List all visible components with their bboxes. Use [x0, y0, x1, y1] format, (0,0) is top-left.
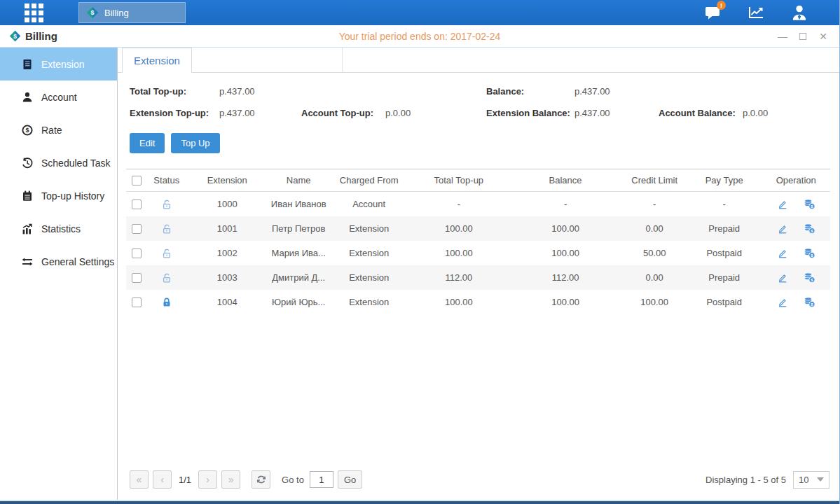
edit-row-icon[interactable] — [777, 248, 788, 259]
messages-icon[interactable]: ! — [701, 4, 724, 22]
col-pay-type: Pay Type — [687, 169, 762, 192]
sidebar-item-account[interactable]: Account — [0, 80, 117, 113]
history-clock-icon — [21, 157, 34, 169]
svg-text:$: $ — [90, 9, 94, 16]
edit-row-icon[interactable] — [777, 297, 788, 308]
extension-topup-label: Extension Top-up: — [130, 108, 219, 118]
edit-row-icon[interactable] — [777, 223, 788, 234]
top-up-button[interactable]: Top Up — [171, 133, 219, 153]
edit-row-icon[interactable] — [777, 199, 788, 210]
top-up-row-icon[interactable]: $ — [804, 223, 815, 234]
cell-name: Петр Петров — [268, 216, 329, 241]
tab-strip: Extension — [118, 48, 839, 73]
sidebar-item-general-settings[interactable]: General Settings — [0, 245, 117, 278]
cell-total-topup: 100.00 — [409, 241, 509, 265]
top-up-row-icon[interactable]: $ — [804, 296, 815, 308]
page-size-select[interactable]: 10 — [793, 471, 829, 489]
sidebar-item-statistics[interactable]: Statistics — [0, 212, 117, 245]
top-up-row-icon[interactable]: $ — [804, 272, 815, 284]
go-button[interactable]: Go — [338, 470, 362, 489]
row-checkbox[interactable] — [132, 248, 142, 258]
dollar-circle-icon: $ — [21, 124, 34, 136]
extension-book-icon — [21, 58, 34, 71]
sidebar-item-label: Statistics — [41, 223, 81, 234]
apps-grid-icon[interactable] — [25, 4, 50, 22]
sidebar-item-rate[interactable]: $ Rate — [0, 113, 117, 146]
minimize-button[interactable]: — — [778, 31, 787, 42]
cell-name: Дмитрий Д... — [268, 265, 329, 290]
cell-pay-type: Prepaid — [687, 265, 762, 290]
user-account-icon[interactable] — [787, 4, 811, 22]
cell-name: Юрий Юрь... — [268, 290, 329, 314]
cell-total-topup: 112.00 — [409, 265, 509, 290]
sidebar-item-topup-history[interactable]: Top-up History — [0, 179, 117, 212]
cell-credit-limit: 0.00 — [622, 265, 686, 290]
status-lock-icon — [161, 247, 172, 258]
sidebar-item-scheduled-task[interactable]: Scheduled Task — [0, 146, 117, 179]
cell-pay-type: Prepaid — [687, 216, 762, 241]
row-checkbox[interactable] — [132, 224, 142, 234]
sidebar-item-label: Account — [41, 92, 77, 103]
maximize-button[interactable]: ☐ — [798, 31, 808, 42]
extension-balance-value: p.437.00 — [574, 108, 659, 118]
col-total-topup: Total Top-up — [409, 169, 509, 192]
goto-page-input[interactable] — [310, 471, 333, 488]
top-up-row-icon[interactable]: $ — [804, 198, 815, 210]
cell-credit-limit: 100.00 — [622, 290, 686, 314]
cell-total-topup: 100.00 — [409, 290, 509, 314]
cell-total-topup: - — [409, 192, 509, 217]
prev-page-button[interactable]: ‹ — [153, 470, 172, 489]
last-page-button[interactable]: » — [221, 470, 240, 489]
svg-text:$: $ — [25, 127, 29, 134]
status-lock-icon — [161, 296, 172, 307]
cell-credit-limit: 50.00 — [622, 241, 686, 265]
sidebar-item-label: General Settings — [41, 256, 114, 267]
table-header-row: Status Extension Name Charged From Total… — [126, 169, 830, 192]
sidebar-item-extension[interactable]: Extension — [0, 48, 117, 80]
cell-charged-from: Extension — [329, 290, 409, 314]
dropdown-arrow-icon — [817, 477, 824, 482]
cell-balance: 100.00 — [509, 290, 623, 314]
close-button[interactable]: ✕ — [818, 31, 828, 42]
refresh-button[interactable] — [252, 470, 270, 489]
edit-row-icon[interactable] — [777, 272, 788, 284]
table-row: 1004Юрий Юрь...Extension100.00100.00100.… — [126, 290, 830, 314]
cell-credit-limit: 0.00 — [622, 216, 686, 241]
top-up-row-icon[interactable]: $ — [804, 247, 815, 259]
col-extension: Extension — [186, 169, 268, 192]
main-content: Extension Total Top-up: p.437.00 Balance… — [118, 48, 839, 500]
notification-badge: ! — [717, 1, 726, 10]
first-page-button[interactable]: « — [130, 470, 149, 489]
person-icon — [21, 91, 34, 104]
goto-label: Go to — [282, 475, 304, 485]
account-topup-value: p.0.00 — [385, 108, 486, 118]
status-lock-icon — [161, 223, 172, 233]
row-checkbox[interactable] — [132, 273, 142, 283]
cell-pay-type: - — [687, 192, 762, 217]
statistics-icon — [21, 223, 34, 235]
row-checkbox[interactable] — [132, 200, 142, 209]
row-checkbox[interactable] — [132, 298, 142, 307]
status-lock-icon — [161, 272, 172, 282]
page-info: 1/1 — [179, 475, 191, 485]
balance-value: p.437.00 — [574, 86, 659, 97]
edit-button[interactable]: Edit — [130, 133, 165, 153]
col-balance: Balance — [509, 169, 623, 192]
table-row: 1001Петр ПетровExtension100.00100.000.00… — [126, 216, 830, 241]
cell-name: Иван Иванов — [268, 192, 329, 217]
status-lock-icon — [161, 198, 172, 209]
account-balance-label: Account Balance: — [659, 108, 743, 118]
cell-pay-type: Postpaid — [687, 241, 762, 265]
select-all-checkbox[interactable] — [132, 176, 142, 186]
total-topup-label: Total Top-up: — [130, 86, 219, 97]
billing-window: $ Billing ! — [0, 0, 840, 504]
tab-extension[interactable]: Extension — [122, 48, 192, 73]
sidebar-item-label: Top-up History — [41, 190, 104, 202]
taskbar-tab-billing[interactable]: $ Billing — [78, 2, 186, 23]
balance-summary: Total Top-up: p.437.00 Balance: p.437.00… — [118, 73, 839, 124]
reports-chart-icon[interactable] — [744, 4, 768, 22]
desktop-topbar: $ Billing ! — [0, 0, 839, 25]
col-charged-from: Charged From — [329, 169, 409, 192]
next-page-button[interactable]: › — [198, 470, 217, 489]
window-bottom-frame — [0, 500, 839, 504]
